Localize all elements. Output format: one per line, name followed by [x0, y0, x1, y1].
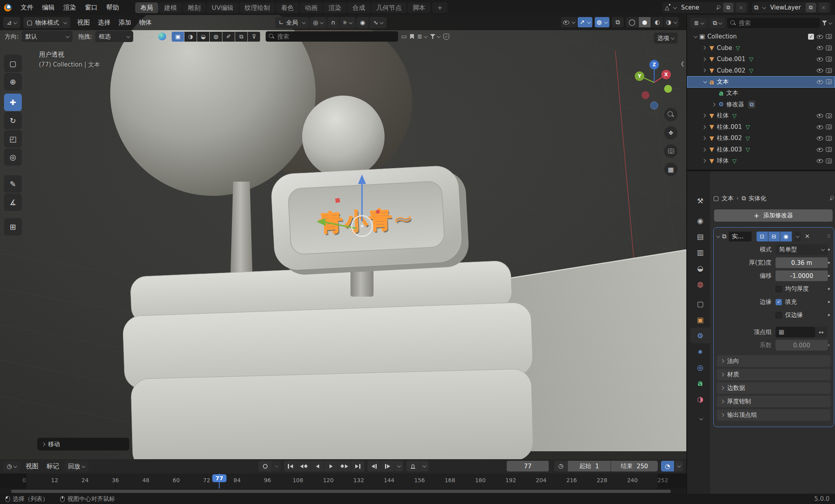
realtime-display-toggle[interactable]: ⊟: [768, 232, 780, 241]
outliner-search-input[interactable]: 搜索: [727, 18, 820, 28]
timeline-ruler[interactable]: 0122436486072849610812013214415616818019…: [0, 473, 686, 489]
animate-dot[interactable]: [828, 301, 830, 303]
bookmark-icon[interactable]: [410, 34, 414, 39]
hide-eye-icon[interactable]: [817, 56, 823, 62]
only-rim-checkbox[interactable]: [776, 312, 782, 318]
render-display-toggle[interactable]: ◉: [780, 232, 792, 241]
workspace-tab[interactable]: 动画: [300, 2, 323, 13]
sidebar-collapse-arrow[interactable]: ❮: [680, 61, 685, 67]
step-options-dropdown[interactable]: [395, 461, 403, 471]
playhead-frame-label[interactable]: 77: [212, 474, 226, 482]
shading-material-button[interactable]: ◐: [651, 17, 663, 27]
outliner-row-柱体[interactable]: ▼柱体▽: [687, 110, 835, 122]
snap-toggle[interactable]: ∩: [327, 17, 339, 28]
play-reverse-button[interactable]: [311, 461, 324, 471]
overlays-toggle[interactable]: ◍: [595, 17, 609, 27]
properties-tab-collection[interactable]: ▢: [690, 296, 710, 312]
gizmo-plane-handle[interactable]: [335, 198, 340, 203]
workspace-tab[interactable]: 布局: [135, 2, 158, 13]
tool-add-primitive[interactable]: ⊞: [4, 218, 22, 236]
tool-annotate[interactable]: ✎: [4, 175, 22, 193]
chevron-right-icon[interactable]: [701, 69, 707, 72]
hide-eye-icon[interactable]: [817, 124, 823, 130]
properties-tab-particles[interactable]: ∗: [690, 343, 710, 359]
list-display-dropdown[interactable]: ≣: [417, 34, 427, 40]
rounded-rect-icon[interactable]: ▭: [401, 34, 407, 40]
hide-eye-icon[interactable]: [817, 68, 823, 73]
tool-move[interactable]: ✚: [4, 94, 22, 111]
hide-eye-icon[interactable]: [817, 113, 823, 119]
pivot-dropdown[interactable]: ◎: [310, 17, 327, 28]
breadcrumb-modifier[interactable]: 实体化: [749, 195, 766, 202]
disable-render-icon[interactable]: [826, 125, 832, 129]
section-材质[interactable]: 材质: [717, 369, 831, 380]
disable-render-icon[interactable]: [826, 34, 832, 39]
drag-handle-icon[interactable]: ⠿: [827, 234, 831, 240]
menu-渲染[interactable]: 渲染: [59, 4, 80, 11]
autokey-toggle[interactable]: [259, 461, 272, 471]
vertex-group-field[interactable]: ▦: [776, 327, 815, 337]
funnel-filter-icon[interactable]: ⊽: [248, 32, 260, 42]
properties-tab-output[interactable]: ▤: [690, 228, 710, 244]
display-mode-button[interactable]: ⧉: [709, 18, 726, 28]
add-modifier-button[interactable]: +添加修改器: [714, 209, 833, 222]
zoom-button[interactable]: [664, 108, 678, 121]
viewlayer-selector[interactable]: ⧉ ViewLayer ⧉ ✕: [752, 2, 831, 13]
timeline-editor-button[interactable]: ◷: [3, 461, 20, 471]
section-法向[interactable]: 法向: [717, 355, 831, 367]
x-axis-ball[interactable]: X: [661, 70, 671, 79]
outliner-row-修改器[interactable]: ⚙修改器⧉: [687, 99, 835, 110]
viewport-menu-物体[interactable]: 物体: [135, 19, 156, 26]
tool-cursor[interactable]: ⊕: [4, 73, 22, 90]
disable-render-icon[interactable]: [826, 57, 832, 61]
tool-transform[interactable]: ◎: [4, 148, 22, 166]
workspace-tab[interactable]: 几何节点: [371, 2, 407, 13]
disable-render-icon[interactable]: [826, 159, 832, 163]
breadcrumb-object[interactable]: 文本: [722, 195, 733, 202]
hide-eye-icon[interactable]: [817, 158, 823, 164]
workspace-tab[interactable]: 建模: [159, 2, 182, 13]
outliner-row-文本[interactable]: a文本: [687, 88, 835, 99]
animate-dot[interactable]: [828, 288, 830, 290]
hide-eye-icon[interactable]: [817, 79, 823, 84]
drag-setting-dropdown[interactable]: 框选: [95, 31, 133, 42]
chevron-right-icon[interactable]: [701, 114, 707, 117]
properties-tab-view-layer[interactable]: ▥: [690, 244, 710, 260]
workspace-tab[interactable]: 雕刻: [183, 2, 206, 13]
new-scene-button[interactable]: ⧉: [723, 3, 733, 12]
chevron-down-icon[interactable]: [691, 35, 698, 38]
timeline-menu-视图[interactable]: 视图: [22, 462, 42, 470]
nav-lock-toggle[interactable]: ∩: [406, 461, 419, 471]
brush-filter-icon[interactable]: ✐: [222, 32, 235, 42]
factor-field[interactable]: 0.000: [776, 340, 828, 351]
properties-tab-object-data[interactable]: a: [690, 375, 710, 391]
xray-toggle[interactable]: ⧉: [612, 17, 624, 27]
chevron-right-icon[interactable]: [701, 159, 707, 162]
disable-render-icon[interactable]: [826, 147, 832, 152]
y-neg-axis-ball[interactable]: [664, 85, 672, 93]
modifier-extras-dropdown[interactable]: [794, 232, 801, 241]
hide-eye-icon[interactable]: [817, 136, 823, 141]
y-axis-ball[interactable]: Y: [635, 71, 644, 81]
menu-文件[interactable]: 文件: [16, 4, 38, 11]
timeline-menu-标记[interactable]: 标记: [42, 462, 63, 470]
workspace-tab[interactable]: 纹理绘制: [239, 2, 275, 13]
properties-tab-object[interactable]: ▣: [690, 312, 710, 328]
scene-name[interactable]: Scene: [679, 4, 713, 11]
orientation-setting-dropdown[interactable]: 默认: [22, 31, 73, 42]
gizmo-x-handle[interactable]: [376, 210, 380, 214]
operator-panel[interactable]: 移动: [37, 438, 129, 450]
viewport-menu-添加[interactable]: 添加: [115, 19, 135, 26]
offset-field[interactable]: -1.0000: [776, 270, 828, 281]
playback-dropdown[interactable]: 回放: [65, 461, 88, 471]
viewlayer-name[interactable]: ViewLayer: [768, 4, 803, 11]
jump-start-button[interactable]: [284, 461, 297, 471]
filter-dropdown[interactable]: [430, 34, 440, 39]
shading-rendered-button[interactable]: ◑: [664, 17, 679, 27]
mode-dropdown[interactable]: ▢物体模式: [23, 17, 70, 28]
new-viewlayer-button[interactable]: ⧉: [806, 3, 816, 12]
disable-render-icon[interactable]: [826, 46, 832, 50]
tool-measure[interactable]: ∡: [4, 194, 22, 211]
end-frame-field[interactable]: 结束250: [611, 461, 658, 471]
thickness-field[interactable]: 0.36 m: [776, 257, 828, 268]
